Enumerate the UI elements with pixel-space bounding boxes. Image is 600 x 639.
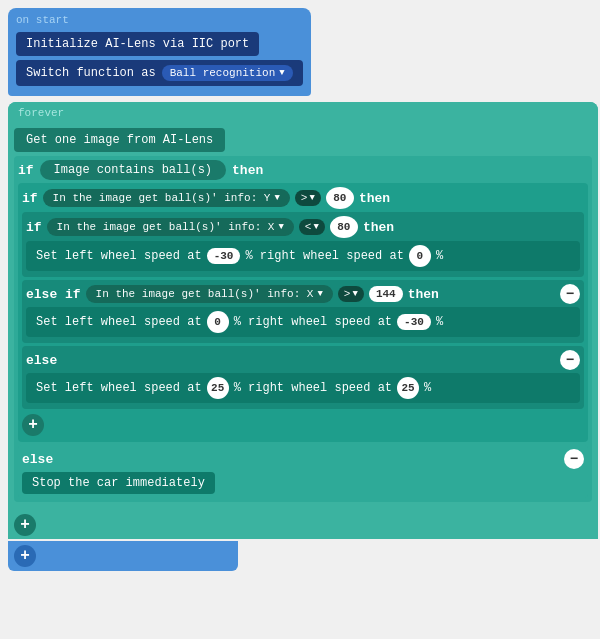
right-speed-value-2[interactable]: -30 (397, 314, 431, 330)
chevron-down-icon-op2: ▼ (313, 222, 318, 232)
set-speed-text2: % right wheel speed at (245, 249, 403, 263)
set-speed3-text3: % (424, 381, 431, 395)
stop-block: Stop the car immediately (22, 472, 215, 494)
chevron-down-icon-op3: ▼ (352, 289, 357, 299)
forever-block: forever Get one image from AI-Lens if Im… (8, 102, 598, 539)
outer-then-keyword: then (232, 163, 263, 178)
set-speed-text3: % (436, 249, 443, 263)
remove-outer-else-button[interactable]: − (564, 449, 584, 469)
else-inner-keyword: else (26, 353, 57, 368)
inner-if2-condition-text: In the image get ball(s)' info: X (57, 221, 275, 233)
inner-if2-op-text: < (305, 221, 312, 233)
inner-if2-block: if In the image get ball(s)' info: X ▼ <… (22, 212, 584, 277)
left-speed-value-2[interactable]: 0 (207, 311, 229, 333)
add-branch-button-inner[interactable]: + (22, 414, 44, 436)
inner-if1-keyword: if (22, 191, 38, 206)
on-start-block: on start Initialize AI-Lens via IIC port… (8, 8, 311, 96)
set-speed2-text2: % right wheel speed at (234, 315, 392, 329)
left-speed-value-1[interactable]: -30 (207, 248, 241, 264)
inner-if1-value[interactable]: 80 (326, 187, 354, 209)
init-block: Initialize AI-Lens via IIC port (16, 32, 259, 56)
inner-if2-op[interactable]: < ▼ (299, 219, 325, 235)
else-inner-header: else − (26, 350, 580, 370)
forever-label: forever (8, 102, 598, 124)
inner-if1-header: if In the image get ball(s)' info: Y ▼ >… (22, 187, 584, 209)
contains-ball-condition[interactable]: Image contains ball(s) (40, 160, 226, 180)
outer-else-keyword: else (22, 452, 53, 467)
dropdown-value: Ball recognition (170, 67, 276, 79)
left-speed-value-3[interactable]: 25 (207, 377, 229, 399)
outer-if-keyword: if (18, 163, 34, 178)
bottom-plus-container: + (8, 541, 238, 571)
inner-if2-condition[interactable]: In the image get ball(s)' info: X ▼ (47, 218, 294, 236)
else-if-condition[interactable]: In the image get ball(s)' info: X ▼ (86, 285, 333, 303)
set-speed2-text1: Set left wheel speed at (36, 315, 202, 329)
outer-else-block: else − Stop the car immediately (18, 445, 588, 498)
inner-if1-then: then (359, 191, 390, 206)
switch-block: Switch function as Ball recognition ▼ (16, 60, 303, 86)
remove-else-if-button[interactable]: − (560, 284, 580, 304)
else-if-condition-text: In the image get ball(s)' info: X (96, 288, 314, 300)
forever-body: Get one image from AI-Lens if Image cont… (8, 124, 598, 511)
else-if-header: else if In the image get ball(s)' info: … (26, 284, 580, 304)
outer-if-block: if Image contains ball(s) then if In the… (14, 156, 592, 502)
set-speed-text1: Set left wheel speed at (36, 249, 202, 263)
switch-text: Switch function as (26, 66, 156, 80)
else-if-keyword: else if (26, 287, 81, 302)
set-speed-block-3: Set left wheel speed at 25 % right wheel… (26, 373, 580, 403)
remove-else-button[interactable]: − (560, 350, 580, 370)
inner-if1-condition[interactable]: In the image get ball(s)' info: Y ▼ (43, 189, 290, 207)
else-if-op[interactable]: > ▼ (338, 286, 364, 302)
ball-recognition-dropdown[interactable]: Ball recognition ▼ (162, 65, 293, 81)
set-speed3-text2: % right wheel speed at (234, 381, 392, 395)
inner-if1-op[interactable]: > ▼ (295, 190, 321, 206)
right-speed-value-3[interactable]: 25 (397, 377, 419, 399)
inner-if1-block: if In the image get ball(s)' info: Y ▼ >… (18, 183, 588, 442)
inner-if2-then: then (363, 220, 394, 235)
set-speed2-text3: % (436, 315, 443, 329)
else-if-block: else if In the image get ball(s)' info: … (22, 280, 584, 343)
inner-if1-condition-text: In the image get ball(s)' info: Y (53, 192, 271, 204)
get-image-block: Get one image from AI-Lens (14, 128, 225, 152)
inner-plus-row: + (22, 412, 584, 438)
else-if-then: then (408, 287, 439, 302)
inner-if2-header: if In the image get ball(s)' info: X ▼ <… (26, 216, 580, 238)
chevron-down-icon-op1: ▼ (309, 193, 314, 203)
forever-plus-row: + (8, 511, 598, 539)
right-speed-value-1[interactable]: 0 (409, 245, 431, 267)
set-speed3-text1: Set left wheel speed at (36, 381, 202, 395)
outer-if-header: if Image contains ball(s) then (18, 160, 588, 180)
chevron-down-icon-y: ▼ (274, 193, 279, 203)
set-speed-block-2: Set left wheel speed at 0 % right wheel … (26, 307, 580, 337)
chevron-down-icon: ▼ (279, 68, 284, 78)
inner-if1-op-text: > (301, 192, 308, 204)
chevron-down-icon-x2: ▼ (317, 289, 322, 299)
chevron-down-icon-x: ▼ (278, 222, 283, 232)
outer-else-header: else − (22, 449, 584, 469)
on-start-label: on start (16, 14, 303, 26)
else-if-op-text: > (344, 288, 351, 300)
inner-if2-keyword: if (26, 220, 42, 235)
add-block-button-bottom[interactable]: + (14, 545, 36, 567)
else-inner-block: else − Set left wheel speed at 25 % righ… (22, 346, 584, 409)
else-if-value[interactable]: 144 (369, 286, 403, 302)
add-block-button-forever[interactable]: + (14, 514, 36, 536)
inner-if2-value[interactable]: 80 (330, 216, 358, 238)
set-speed-block-1: Set left wheel speed at -30 % right whee… (26, 241, 580, 271)
